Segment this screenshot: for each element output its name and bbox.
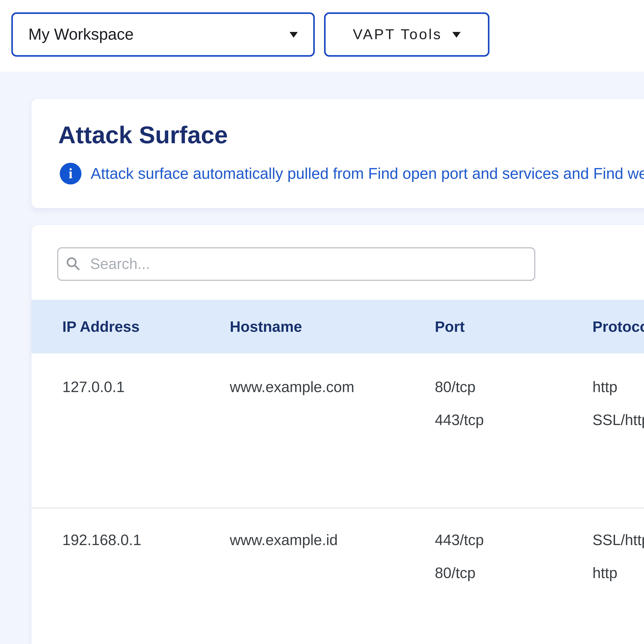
cell-protocol: http [592,565,617,582]
cell-hostname: www.example.com [230,379,354,396]
chevron-down-icon [452,32,461,37]
cell-protocol: http [592,379,617,396]
cell-protocol: SSL/https [592,532,644,549]
cell-port: 443/tcp [435,412,484,429]
cell-protocol: SSL/https [592,412,644,429]
vapt-tools-label: VAPT Tools [353,26,442,43]
row-divider [31,507,644,509]
top-toolbar: My Workspace VAPT Tools [0,0,644,72]
table-header-row: IP Address Hostname Port Protocol Servic… [31,300,644,353]
cell-ip-address: 192.168.0.1 [62,532,141,549]
attack-surface-header-card: Attack Surface i Attack surface automati… [31,99,644,208]
cell-port: 80/tcp [435,565,476,582]
attack-surface-table-card: IP Address Hostname Port Protocol Servic… [31,225,644,644]
cell-port: 443/tcp [435,532,484,549]
page-title: Attack Surface [58,121,228,149]
cell-port: 80/tcp [435,379,476,396]
workspace-dropdown-value: My Workspace [28,25,134,44]
info-banner-text: Attack surface automatically pulled from… [91,165,644,182]
column-header-ip-address: IP Address [62,300,140,353]
cell-hostname: www.example.id [230,532,338,549]
info-banner: i Attack surface automatically pulled fr… [60,163,644,184]
search-box [57,247,535,281]
vapt-tools-button[interactable]: VAPT Tools [324,12,489,57]
search-input[interactable] [57,247,535,281]
cell-ip-address: 127.0.0.1 [62,379,125,396]
column-header-port: Port [435,300,465,353]
column-header-hostname: Hostname [230,300,302,353]
column-header-protocol: Protocol [592,300,644,353]
info-icon: i [60,163,81,184]
app-root: My Workspace VAPT Tools Attack Surface i… [0,0,644,644]
chevron-down-icon [290,32,298,37]
workspace-dropdown[interactable]: My Workspace [11,12,315,57]
